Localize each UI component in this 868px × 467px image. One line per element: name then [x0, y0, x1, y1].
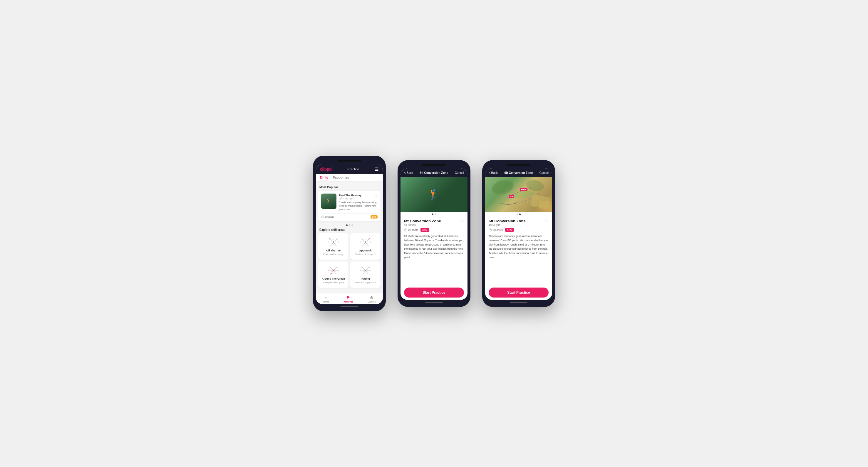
featured-drill-card[interactable]: 🏌️ Find The Fairway Off The Tee ☆ Create…	[318, 191, 380, 222]
svg-line-33	[331, 270, 333, 274]
map-dot-2[interactable]	[519, 213, 521, 215]
skill-off-the-tee[interactable]: Off The Tee Power and accuracy	[318, 233, 348, 260]
img-dot-1[interactable]	[432, 213, 433, 215]
clock-icon-map: 🕐	[489, 229, 492, 231]
svg-point-7	[329, 238, 330, 239]
phone-2-drill-detail: < Back 6ft Conversion Zone Cancel 🏌️ 6ft…	[398, 160, 470, 307]
card-titles: Find The Fairway Off The Tee	[339, 194, 362, 201]
dot-1[interactable]	[346, 224, 348, 226]
phone-notch-3	[507, 164, 530, 166]
clock-icon: 🕐	[321, 215, 324, 218]
svg-point-57	[491, 179, 514, 196]
start-practice-button[interactable]: Start Practice	[404, 288, 464, 298]
svg-point-53	[370, 270, 371, 270]
svg-point-35	[333, 270, 334, 270]
svg-line-49	[366, 270, 368, 274]
drill-info: 6ft Conversion Zone ☆ 10-50 yds 🕐 20 sho…	[401, 216, 467, 277]
nav-home[interactable]: ⌂ Home	[323, 295, 329, 303]
skill-subtitle: Hone your short game	[322, 281, 344, 284]
start-practice-button-map[interactable]: Start Practice	[489, 288, 549, 298]
svg-point-24	[370, 241, 371, 242]
approach-icon	[360, 237, 372, 247]
svg-point-50	[361, 266, 362, 267]
phone-1-practice-list: clippd Practice ☰ Drills Favourites Most…	[313, 156, 386, 311]
svg-line-20	[366, 242, 368, 246]
map-dot-1[interactable]	[517, 213, 518, 215]
svg-line-48	[363, 270, 365, 274]
shots-count: 🕐 10 shots	[321, 215, 334, 218]
drill-title-row-map: 6ft Conversion Zone ☆	[489, 219, 549, 223]
svg-point-26	[367, 245, 368, 246]
image-dots-map	[485, 212, 552, 216]
svg-point-51	[369, 266, 369, 267]
phone-home-bar-2	[425, 302, 443, 303]
drill-subtitle: Off The Tee	[339, 197, 362, 200]
back-button[interactable]: < Back	[404, 171, 413, 174]
back-button-map[interactable]: < Back	[489, 171, 498, 174]
skill-title: Approach	[359, 249, 371, 252]
dot-2[interactable]	[349, 224, 350, 226]
phone-3-screen: < Back 6ft Conversion Zone Cancel Miss H…	[485, 168, 552, 300]
detail-title: 6ft Conversion Zone	[420, 171, 448, 174]
phone-1-screen: clippd Practice ☰ Drills Favourites Most…	[316, 164, 383, 304]
svg-point-54	[362, 273, 363, 274]
favourite-icon[interactable]: ☆	[374, 194, 378, 198]
golf-image: 🏌️	[321, 194, 336, 209]
skill-subtitle: Dial-in to hit the green	[355, 253, 376, 256]
golfer-image: 🏌️	[428, 189, 440, 200]
drill-name-map: 6ft Conversion Zone	[489, 219, 526, 223]
skill-putting[interactable]: Putting Make and lag practice	[350, 261, 380, 288]
cancel-button[interactable]: Cancel	[455, 171, 464, 174]
svg-point-10	[338, 241, 339, 242]
detail-content: 🏌️ 6ft Conversion Zone ☆ 10-50 yds 🕐 20 …	[401, 177, 467, 285]
drill-thumbnail: 🏌️	[321, 194, 336, 209]
map-detail-content: Miss Hit 6ft Conversion Zone ☆	[485, 177, 552, 285]
drill-photo: 🏌️	[401, 177, 467, 212]
skill-title: Putting	[361, 277, 370, 280]
nav-home-label: Home	[323, 300, 329, 303]
drill-name: 6ft Conversion Zone	[404, 219, 441, 223]
svg-point-23	[360, 241, 361, 242]
image-dots	[401, 212, 467, 216]
phone-home-bar-3	[510, 302, 527, 303]
favourite-icon[interactable]: ☆	[460, 219, 464, 223]
tab-drills[interactable]: Drills	[320, 176, 328, 181]
tab-favourites[interactable]: Favourites	[333, 176, 349, 181]
favourite-icon-map[interactable]: ☆	[545, 219, 549, 223]
dot-3[interactable]	[351, 224, 353, 226]
img-dot-2[interactable]	[435, 213, 436, 215]
menu-icon[interactable]: ☰	[375, 167, 379, 171]
start-btn-container: Start Practice	[401, 285, 467, 300]
app-logo: clippd	[320, 167, 332, 171]
detail-title-map: 6ft Conversion Zone	[504, 171, 533, 174]
svg-point-11	[330, 245, 331, 246]
header-title: Practice	[347, 167, 359, 171]
around-green-icon	[327, 265, 340, 275]
phone-home-bar-1	[341, 306, 358, 307]
svg-point-39	[338, 270, 339, 270]
svg-line-6	[334, 242, 336, 246]
drill-meta-map: 🕐 20 shots ARG	[489, 228, 549, 232]
category-badge: ARG	[421, 228, 429, 232]
svg-point-21	[369, 238, 369, 239]
home-icon: ⌂	[325, 295, 327, 300]
clock-icon-small: 🕐	[404, 229, 407, 231]
cancel-button-map[interactable]: Cancel	[539, 171, 549, 174]
skill-title: Around The Green	[322, 277, 345, 280]
explore-heading: Explore skill areas	[316, 227, 383, 233]
svg-point-55	[367, 273, 368, 274]
activities-icon: ⚑	[346, 295, 350, 300]
skill-approach[interactable]: Approach Dial-in to hit the green	[350, 233, 380, 260]
svg-line-5	[331, 242, 333, 246]
skill-around-green[interactable]: Around The Green Hone your short game	[318, 261, 348, 288]
nav-capture[interactable]: ⊕ Capture	[368, 295, 376, 303]
detail-header: < Back 6ft Conversion Zone Cancel	[401, 168, 467, 177]
phone-2-screen: < Back 6ft Conversion Zone Cancel 🏌️ 6ft…	[401, 168, 467, 300]
skill-icon-container	[327, 236, 341, 248]
card-inner: 🏌️ Find The Fairway Off The Tee ☆ Create…	[321, 194, 378, 211]
putting-icon	[360, 265, 372, 275]
shots-meta-map: 🕐 20 shots	[489, 229, 503, 231]
nav-activities[interactable]: ⚑ Activities	[343, 295, 353, 303]
svg-line-34	[334, 270, 336, 274]
svg-point-40	[330, 273, 332, 275]
